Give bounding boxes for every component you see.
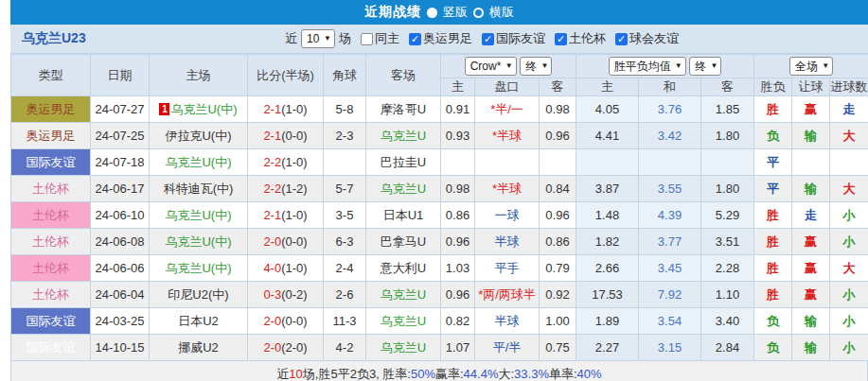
home-team-cell[interactable]: 挪威U2 <box>150 335 248 361</box>
corner-cell: 2-3 <box>324 123 366 149</box>
win-draw-lose-cell: 平 <box>754 176 792 202</box>
home-team-name[interactable]: 乌克兰U(中) <box>165 261 231 275</box>
corner-cell: 6-3 <box>324 229 366 255</box>
halftime-score: (1-0) <box>281 102 307 116</box>
europe-home-odds-cell: 1.89 <box>576 308 639 335</box>
away-team-name[interactable]: 意大利U <box>381 261 426 275</box>
match-date-cell: 24-07-27 <box>91 96 150 123</box>
games-label: 场 <box>339 30 351 47</box>
score-cell: 2-2(1-0) <box>248 149 324 176</box>
home-team-name[interactable]: 乌克兰U(中) <box>165 234 231 249</box>
home-team-name[interactable]: 挪威U2 <box>178 340 219 355</box>
home-team-cell[interactable]: 日本U2 <box>150 308 248 335</box>
same-home-checkbox[interactable]: 同主 <box>361 30 399 47</box>
away-team-cell[interactable]: 巴拿马U <box>366 229 441 255</box>
home-team-cell[interactable]: 科特迪瓦(中) <box>150 176 248 202</box>
europe-draw-odds-cell: 3.55 <box>639 176 701 202</box>
corner-cell <box>324 149 366 176</box>
checkbox-club-friendly[interactable]: ✓球会友谊 <box>615 30 679 47</box>
goals-result-cell: 大 <box>830 176 868 202</box>
away-team-name[interactable]: 乌克兰U <box>381 129 426 143</box>
europe-odds-select[interactable]: 胜平负均值 <box>609 57 686 76</box>
checkbox-unchecked-icon <box>361 33 373 45</box>
rank-badge: 1 <box>159 103 169 115</box>
away-team-name[interactable]: 乌克兰U <box>381 314 426 328</box>
away-team-cell[interactable]: 乌克兰U <box>366 176 441 202</box>
europe-odds-time-select[interactable]: 终 <box>689 57 721 76</box>
home-team-name[interactable]: 日本U2 <box>178 314 219 328</box>
away-team-name[interactable]: 乌克兰U <box>381 340 426 355</box>
handicap-result-cell: 输 <box>792 308 830 335</box>
checkbox-toulon[interactable]: ✓土伦杯 <box>555 30 606 47</box>
away-team-cell[interactable]: 乌克兰U <box>366 335 441 361</box>
col-header-wdl: 胜负 <box>754 78 792 96</box>
home-team-cell[interactable]: 印尼U2(中) <box>150 282 248 308</box>
checkbox-friendly[interactable]: ✓国际友谊 <box>482 30 545 47</box>
home-team-name[interactable]: 伊拉克U(中) <box>165 129 231 143</box>
scope-select[interactable]: 全场 <box>789 57 833 76</box>
asian-home-odds-cell: 1.03 <box>441 255 475 282</box>
fulltime-score: 2-0 <box>263 234 281 249</box>
match-type-cell: 土伦杯 <box>11 176 91 202</box>
home-team-cell[interactable]: 乌克兰U(中) <box>150 202 248 229</box>
handicap-cell: *半/一 <box>475 96 540 123</box>
win-draw-lose-cell: 负 <box>754 308 792 335</box>
away-team-cell[interactable]: 乌克兰U <box>366 308 441 335</box>
summary-bar: 近10场,胜5平2负3, 胜率:50% 赢率:44.4% 大:33.3% 单率:… <box>10 361 868 381</box>
horizontal-layout-label[interactable]: 横版 <box>489 4 514 21</box>
europe-away-odds-cell: 1.80 <box>701 123 754 149</box>
home-team-name[interactable]: 印尼U2(中) <box>168 287 228 302</box>
corner-cell: 4-2 <box>324 335 366 361</box>
col-header-type: 类型 <box>11 55 91 96</box>
away-team-cell[interactable]: 乌克兰U <box>366 282 441 308</box>
away-team-cell[interactable]: 日本U1 <box>366 202 441 229</box>
asian-odds-time-select[interactable]: 终 <box>520 57 552 76</box>
table-row: 土伦杯 24-06-04 印尼U2(中) 0-3(0-2) 2-6 乌克兰U 0… <box>11 282 868 308</box>
home-team-name[interactable]: 科特迪瓦(中) <box>164 182 234 196</box>
away-team-cell[interactable]: 乌克兰U <box>366 123 441 149</box>
home-team-name[interactable]: 乌克兰U(中) <box>165 155 231 169</box>
col-header-home: 主场 <box>150 55 248 96</box>
score-cell: 2-0(2-0) <box>248 335 324 361</box>
away-team-name[interactable]: 摩洛哥U <box>381 102 426 116</box>
home-team-name[interactable]: 乌克兰U(中) <box>170 102 237 116</box>
checkbox-olympic[interactable]: ✓奥运男足 <box>409 30 472 47</box>
europe-home-odds-cell: 1.48 <box>576 202 639 229</box>
table-row: 奥运男足 24-07-27 1乌克兰U(中) 2-1(1-0) 5-8 摩洛哥U… <box>11 96 868 123</box>
away-team-cell[interactable]: 意大利U <box>366 255 441 282</box>
away-team-name[interactable]: 乌克兰U <box>381 182 426 196</box>
match-type-cell: 土伦杯 <box>11 229 91 255</box>
away-team-name[interactable]: 日本U1 <box>383 208 424 222</box>
away-team-name[interactable]: 乌克兰U <box>381 287 426 302</box>
corner-cell: 5-7 <box>324 176 366 202</box>
vertical-layout-radio[interactable] <box>427 8 437 18</box>
vertical-layout-label[interactable]: 竖版 <box>443 4 468 21</box>
table-row: 土伦杯 24-06-06 乌克兰U(中) 4-0(1-0) 2-4 意大利U 1… <box>11 255 868 282</box>
home-team-cell[interactable]: 乌克兰U(中) <box>150 149 248 176</box>
games-count-select[interactable]: 10 <box>301 29 335 48</box>
asian-away-odds-cell: 0.79 <box>540 255 576 282</box>
away-team-name[interactable]: 巴拉圭U <box>381 155 426 169</box>
fulltime-score: 2-0 <box>263 314 281 328</box>
fulltime-score: 2-2 <box>263 155 281 169</box>
horizontal-layout-radio[interactable] <box>473 8 484 18</box>
bookmaker-select[interactable]: Crow* <box>465 57 517 76</box>
table-row: 土伦杯 24-06-10 乌克兰U(中) 2-1(1-0) 3-5 日本U1 0… <box>11 202 868 229</box>
goals-result-cell: 小 <box>830 202 868 229</box>
home-team-cell[interactable]: 乌克兰U(中) <box>150 229 248 255</box>
col-header-ah-home: 主 <box>441 78 475 96</box>
home-team-name[interactable]: 乌克兰U(中) <box>165 208 231 222</box>
match-type-cell: 奥运男足 <box>11 123 91 149</box>
away-team-cell[interactable]: 摩洛哥U <box>366 96 441 123</box>
asian-away-odds-cell: 1.00 <box>540 308 576 335</box>
home-team-cell[interactable]: 乌克兰U(中) <box>150 255 248 282</box>
away-team-cell[interactable]: 巴拉圭U <box>366 149 441 176</box>
asian-home-odds-cell: 0.82 <box>441 308 475 335</box>
goals-result-cell: 小 <box>830 308 868 335</box>
home-team-cell[interactable]: 1乌克兰U(中) <box>150 96 248 123</box>
europe-draw-odds-cell: 3.76 <box>639 96 701 123</box>
home-team-cell[interactable]: 伊拉克U(中) <box>150 123 248 149</box>
away-team-name[interactable]: 巴拿马U <box>381 234 426 249</box>
asian-home-odds-cell: 0.96 <box>441 229 475 255</box>
match-date-cell: 24-06-06 <box>91 255 150 282</box>
